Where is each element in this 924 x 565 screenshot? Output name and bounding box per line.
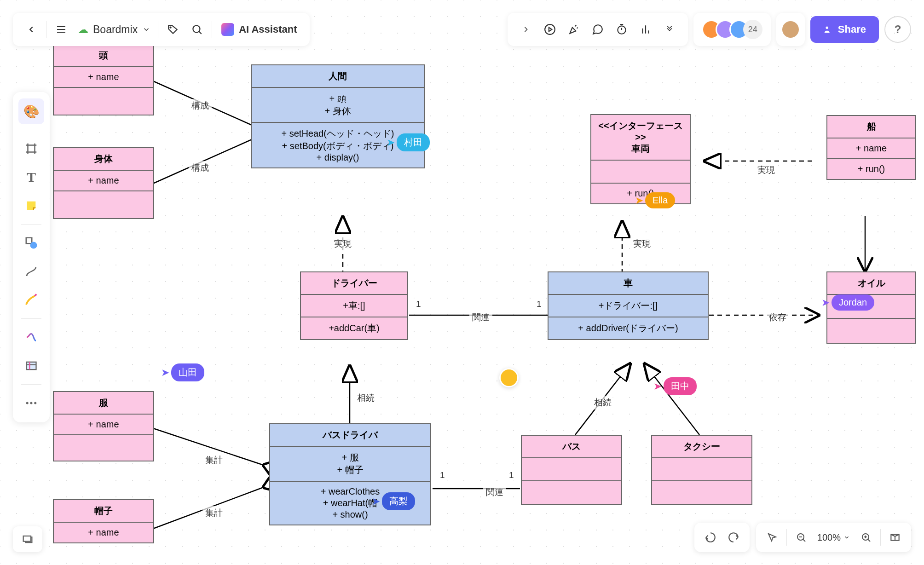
sidebar: 🎨 T xyxy=(13,92,50,422)
frame-tool[interactable] xyxy=(18,136,44,161)
svg-point-17 xyxy=(170,27,171,28)
uml-clothes[interactable]: 服 + name xyxy=(53,391,154,461)
chevron-down-icon xyxy=(843,534,850,541)
uml-head[interactable]: 頭 + name xyxy=(53,44,154,115)
pen-tool[interactable] xyxy=(18,287,44,313)
uml-body[interactable]: 身体 + name xyxy=(53,147,154,219)
text-tool[interactable]: T xyxy=(18,164,44,190)
more-button[interactable] xyxy=(18,390,44,416)
uml-title: 頭 xyxy=(54,45,153,67)
collab-count: 24 xyxy=(743,20,762,39)
floating-avatar xyxy=(499,368,519,387)
svg-rect-25 xyxy=(27,362,36,369)
svg-point-22 xyxy=(826,27,828,29)
svg-point-29 xyxy=(30,402,33,404)
uml-taxi[interactable]: タクシー xyxy=(651,435,752,505)
uml-ship[interactable]: 船 + name + run() xyxy=(826,115,916,180)
tag-button[interactable] xyxy=(161,17,185,41)
vote-button[interactable] xyxy=(634,17,658,41)
zoom-level[interactable]: 100% xyxy=(813,532,855,543)
undo-button[interactable] xyxy=(699,526,722,549)
ai-logo-icon xyxy=(221,23,234,36)
connector-tool[interactable] xyxy=(18,259,44,284)
share-button[interactable]: Share xyxy=(810,16,879,43)
mindmap-tool[interactable] xyxy=(18,324,44,350)
svg-point-30 xyxy=(34,402,36,404)
share-icon xyxy=(823,24,833,35)
cloud-icon: ☁ xyxy=(78,23,88,36)
svg-line-10 xyxy=(644,363,699,435)
label-aggregate: 集計 xyxy=(202,453,225,467)
play-button[interactable] xyxy=(538,17,562,41)
bottombar: 100% xyxy=(694,523,911,552)
expand-button[interactable] xyxy=(514,17,538,41)
comment-button[interactable] xyxy=(586,17,610,41)
svg-rect-23 xyxy=(26,238,32,244)
uml-driver[interactable]: ドライバー +車:[] +addCar(車) xyxy=(300,271,408,340)
shape-tool[interactable] xyxy=(18,230,44,256)
chevron-down-icon xyxy=(142,25,150,34)
label-realize: 実現 xyxy=(331,237,354,251)
menu-button[interactable] xyxy=(49,17,73,41)
cursor-jordan: ➤Jordan xyxy=(821,294,874,311)
svg-rect-31 xyxy=(23,536,31,542)
svg-line-38 xyxy=(868,539,870,542)
sticky-tool[interactable] xyxy=(18,193,44,219)
svg-point-20 xyxy=(545,24,555,35)
more-tools-button[interactable] xyxy=(658,17,681,41)
svg-point-24 xyxy=(30,242,37,249)
cursor-yamada: ➤山田 xyxy=(161,363,204,381)
ai-assistant-button[interactable]: AI Assistant xyxy=(215,17,303,41)
zoom-out-button[interactable] xyxy=(790,526,813,549)
board-title[interactable]: ☁Boardmix xyxy=(73,23,155,36)
cursor-tanaka: ➤田中 xyxy=(653,377,697,395)
zoom-in-button[interactable] xyxy=(855,526,878,549)
svg-line-19 xyxy=(199,31,201,34)
cursor-murata: ➤村田 xyxy=(387,133,430,151)
label-inherit: 相続 xyxy=(354,391,377,405)
svg-point-21 xyxy=(618,26,625,34)
redo-button[interactable] xyxy=(722,526,745,549)
minimap-button[interactable] xyxy=(884,526,907,549)
current-user-avatar[interactable] xyxy=(781,20,800,39)
search-button[interactable] xyxy=(185,17,209,41)
svg-point-28 xyxy=(26,402,29,404)
uml-hat[interactable]: 帽子 + name xyxy=(53,499,154,543)
collaborators[interactable]: 24 xyxy=(702,20,762,39)
uml-car[interactable]: 車 +ドライバー:[] + addDriver(ドライバー) xyxy=(548,271,709,340)
uml-attr: + name xyxy=(54,67,153,88)
label-assoc: 関連 xyxy=(469,311,492,324)
cursor-takanashi: ➤高梨 xyxy=(372,492,415,510)
table-tool[interactable] xyxy=(18,353,44,379)
svg-line-34 xyxy=(803,539,805,542)
back-button[interactable] xyxy=(19,17,43,41)
canvas[interactable]: 頭 + name 身体 + name 人間 + 頭 + 身体 + setHead… xyxy=(0,0,924,565)
svg-point-18 xyxy=(193,25,200,32)
uml-bus[interactable]: バス xyxy=(521,435,622,505)
templates-tool[interactable]: 🎨 xyxy=(18,98,44,124)
uml-vehicle-interface[interactable]: <<インターフェース>>車両 + run() xyxy=(590,114,691,204)
label-depend: 依存 xyxy=(766,311,789,324)
topbar: ☁Boardmix AI Assistant 24 Share ? xyxy=(13,13,911,46)
confetti-button[interactable] xyxy=(562,17,586,41)
uml-human[interactable]: 人間 + 頭 + 身体 + setHead(ヘッド・ヘッド) + setBody… xyxy=(251,64,425,168)
help-button[interactable]: ? xyxy=(884,16,911,43)
label-compose: 構成 xyxy=(189,99,212,113)
timer-button[interactable] xyxy=(610,17,634,41)
layers-button[interactable] xyxy=(13,526,42,552)
cursor-ella: ➤Ella xyxy=(635,192,675,208)
pointer-tool[interactable] xyxy=(761,526,784,549)
